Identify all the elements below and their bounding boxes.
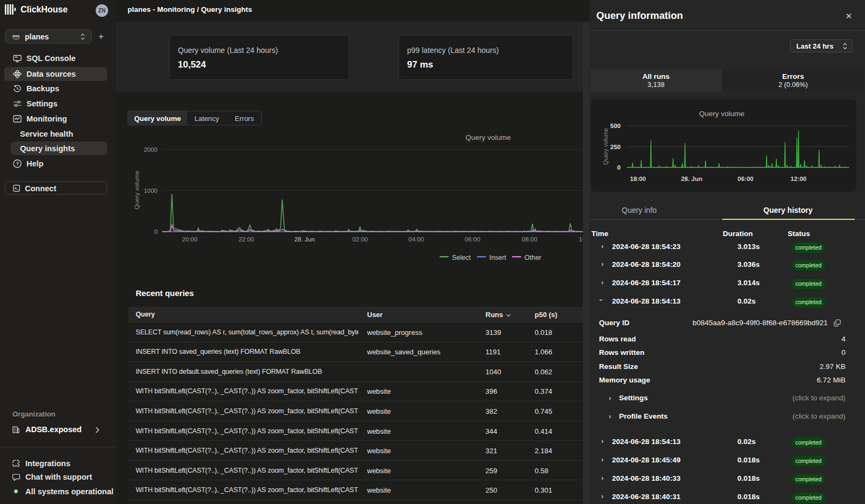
svg-text:Query volume: Query volume xyxy=(699,110,744,118)
svg-text:?: ? xyxy=(16,161,19,166)
svg-text:0: 0 xyxy=(154,229,157,235)
svg-text:aws: aws xyxy=(12,34,19,38)
svg-text:06:00: 06:00 xyxy=(737,176,753,182)
svg-text:04:00: 04:00 xyxy=(409,236,424,243)
svg-text:08:00: 08:00 xyxy=(522,236,537,243)
svg-text:12:00: 12:00 xyxy=(790,176,806,182)
svg-text:500: 500 xyxy=(610,123,621,129)
svg-text:Query volume: Query volume xyxy=(602,128,609,165)
svg-text:1000: 1000 xyxy=(144,187,158,194)
svg-text:250: 250 xyxy=(610,144,621,150)
svg-text:28. Jun: 28. Jun xyxy=(681,176,703,182)
svg-text:Select: Select xyxy=(452,254,471,261)
svg-text:2000: 2000 xyxy=(144,146,158,153)
svg-text:Insert: Insert xyxy=(489,254,507,261)
svg-text:28. Jun: 28. Jun xyxy=(294,236,315,243)
svg-text:Query volume: Query volume xyxy=(465,133,511,142)
svg-text:18:00: 18:00 xyxy=(630,176,646,182)
svg-text:0: 0 xyxy=(617,164,621,171)
svg-text:20:00: 20:00 xyxy=(182,236,198,243)
svg-text:02:00: 02:00 xyxy=(352,236,368,243)
svg-text:06:00: 06:00 xyxy=(465,236,481,243)
svg-text:Other: Other xyxy=(524,254,541,261)
svg-text:22:00: 22:00 xyxy=(238,236,254,243)
svg-text:Query volume: Query volume xyxy=(134,171,140,210)
